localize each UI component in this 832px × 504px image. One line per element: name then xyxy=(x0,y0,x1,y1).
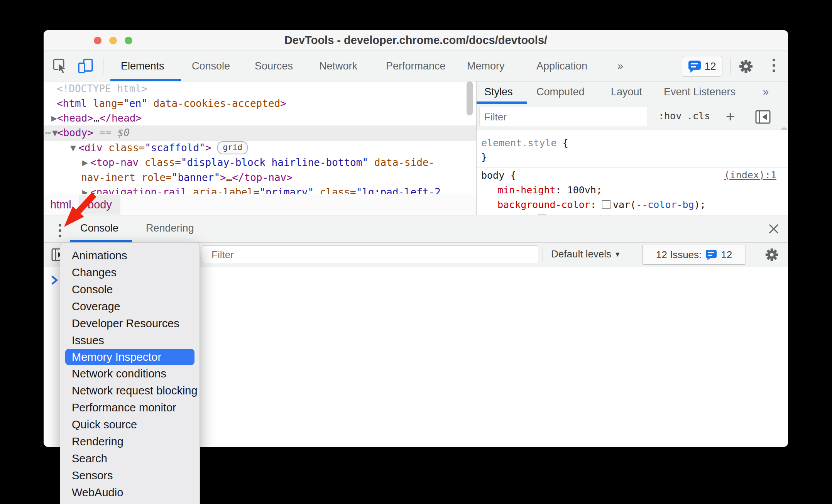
element-style-close: } xyxy=(481,151,487,164)
main-tab-sources[interactable]: Sources xyxy=(255,51,293,81)
dom-node-line[interactable]: ▶<head>…</head> xyxy=(44,111,476,126)
stylesheet-source-link[interactable]: (index):1 xyxy=(724,169,776,181)
main-tab-memory[interactable]: Memory xyxy=(467,51,505,81)
issues-count: 12 xyxy=(704,61,716,73)
dom-node-line[interactable]: nav-inert role="banner">…</top-nav> xyxy=(44,170,476,185)
hov-toggle[interactable]: :hov xyxy=(658,104,681,130)
menu-item-search[interactable]: Search xyxy=(60,450,200,467)
drawer-tab-strip: ConsoleRendering xyxy=(44,215,788,243)
log-levels-dropdown[interactable]: Default levels ▼ xyxy=(551,243,621,267)
menu-item-sensors[interactable]: Sensors xyxy=(60,467,200,484)
issues-badge-button[interactable]: 12 xyxy=(682,56,722,77)
styles-tab-event-listeners[interactable]: Event Listeners xyxy=(664,81,736,104)
drawer-tab-rendering[interactable]: Rendering xyxy=(146,215,194,242)
menu-item-coverage[interactable]: Coverage xyxy=(60,298,200,315)
main-tab-network[interactable]: Network xyxy=(319,51,357,81)
menu-item-issues[interactable]: Issues xyxy=(60,332,200,349)
inspect-element-icon[interactable] xyxy=(52,58,68,74)
menu-item-webaudio[interactable]: WebAudio xyxy=(60,484,200,501)
styles-tab-styles[interactable]: Styles xyxy=(484,81,513,104)
styles-tab-computed[interactable]: Computed xyxy=(536,81,585,104)
dropdown-caret-icon: ▼ xyxy=(614,250,621,258)
menu-item-memory-inspector[interactable]: Memory Inspector xyxy=(65,349,194,365)
css-property-min-height[interactable]: min-height: 100vh; xyxy=(497,184,602,196)
element-style-rule[interactable]: element.style { xyxy=(481,137,568,149)
node-overflow-dots[interactable]: ⋯ xyxy=(45,125,51,140)
console-settings-gear-icon[interactable] xyxy=(764,247,779,262)
title-bar: DevTools - developer.chrome.com/docs/dev… xyxy=(44,30,788,51)
settings-gear-icon[interactable] xyxy=(738,59,754,74)
issues-chat-icon xyxy=(688,60,701,73)
main-tab-performance[interactable]: Performance xyxy=(386,51,446,81)
main-menu-kebab-icon[interactable] xyxy=(773,59,775,72)
css-property-background-color[interactable]: background-color: var(--color-bg); xyxy=(497,199,706,211)
sidebar-toggle-icon[interactable] xyxy=(755,110,771,124)
menu-item-developer-resources[interactable]: Developer Resources xyxy=(60,315,200,332)
main-toolbar: ElementsConsoleSourcesNetworkPerformance… xyxy=(44,51,788,81)
console-filter-input[interactable]: Filter xyxy=(202,245,538,263)
drawer-tab-console[interactable]: Console xyxy=(80,215,118,242)
toolbar-separator xyxy=(103,58,103,74)
dom-node-line[interactable]: <!DOCTYPE html> xyxy=(44,81,476,96)
styles-sidebar: StylesComputedLayoutEvent Listeners » Fi… xyxy=(477,81,788,224)
breadcrumb: html body xyxy=(44,194,476,215)
console-issues-button[interactable]: 12 Issues: 12 xyxy=(642,245,746,265)
new-style-rule-button[interactable]: + xyxy=(726,104,735,130)
color-swatch[interactable] xyxy=(602,200,610,209)
console-issues-count: 12 xyxy=(721,249,732,261)
active-tab-underline xyxy=(110,79,181,81)
menu-item-rendering[interactable]: Rendering xyxy=(60,433,200,450)
menu-item-network-conditions[interactable]: Network conditions xyxy=(60,365,200,382)
menu-item-quick-source[interactable]: Quick source xyxy=(60,416,200,433)
more-tabs-chevron[interactable]: » xyxy=(617,51,623,81)
drawer-more-tools-menu: AnimationsChangesConsoleCoverageDevelope… xyxy=(60,242,200,504)
styles-rules: element.style { } body { (index):1 min-h… xyxy=(477,130,788,224)
styles-active-underline xyxy=(477,101,527,104)
expand-arrow-closed-icon[interactable]: ▶ xyxy=(82,155,88,170)
drawer-menu-kebab-icon[interactable] xyxy=(59,224,61,237)
issues-label: 12 Issues: xyxy=(656,249,702,261)
toolbar-separator-2 xyxy=(731,58,731,74)
rule-separator xyxy=(477,167,788,167)
dom-node-line[interactable]: <html lang="en" data-cookies-accepted> xyxy=(44,96,476,111)
menu-item-animations[interactable]: Animations xyxy=(60,247,200,264)
expand-arrow-open-icon[interactable]: ▼ xyxy=(70,140,76,156)
dom-node-line[interactable]: ▼<div class="scaffold">grid xyxy=(44,140,476,156)
menu-item-console[interactable]: Console xyxy=(60,281,200,298)
body-rule-selector[interactable]: body { xyxy=(481,169,516,182)
main-tab-application[interactable]: Application xyxy=(536,51,587,81)
menu-item-performance-monitor[interactable]: Performance monitor xyxy=(60,399,200,416)
styles-filter-input[interactable]: Filter xyxy=(479,107,647,126)
expand-arrow-closed-icon[interactable]: ▶ xyxy=(51,111,57,126)
styles-tab-layout[interactable]: Layout xyxy=(611,81,642,104)
screenshot-canvas: DevTools - developer.chrome.com/docs/dev… xyxy=(0,0,832,504)
close-drawer-icon[interactable] xyxy=(768,223,779,234)
styles-tab-strip: StylesComputedLayoutEvent Listeners » xyxy=(477,81,788,104)
main-tab-elements[interactable]: Elements xyxy=(121,51,164,81)
dom-node-line[interactable]: ▶<top-nav class="display-block hairline-… xyxy=(44,155,476,170)
main-tab-console[interactable]: Console xyxy=(192,51,230,81)
menu-item-network-request-blocking[interactable]: Network request blocking xyxy=(60,382,200,399)
dom-node-line[interactable]: ⋯▼<body> == $0 xyxy=(44,125,476,140)
console-prompt-icon xyxy=(51,276,58,285)
menu-item-changes[interactable]: Changes xyxy=(60,264,200,281)
styles-filter-row: Filter :hov .cls + xyxy=(477,104,788,130)
grid-badge[interactable]: grid xyxy=(217,141,248,154)
elements-scrollbar[interactable] xyxy=(467,81,473,115)
issues-chat-icon-small xyxy=(705,249,717,260)
cls-toggle[interactable]: .cls xyxy=(687,104,710,130)
window-title: DevTools - developer.chrome.com/docs/dev… xyxy=(44,30,788,51)
device-toolbar-icon[interactable] xyxy=(78,59,94,73)
styles-more-tabs-chevron[interactable]: » xyxy=(763,81,769,104)
console-toolbar-separator xyxy=(543,247,543,262)
